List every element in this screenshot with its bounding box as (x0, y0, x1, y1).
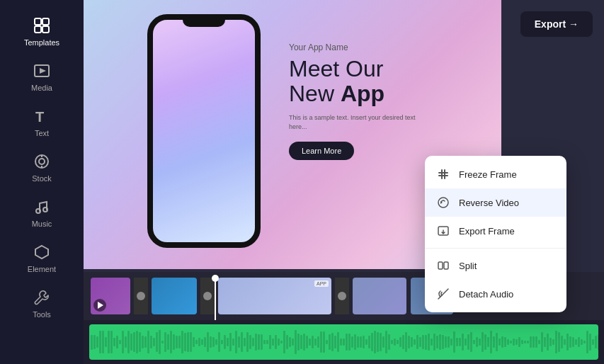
waveform-bar (431, 339, 433, 346)
waveform-bar (278, 339, 280, 346)
keyframe-3 (338, 292, 346, 300)
waveform-bar (147, 331, 149, 353)
freeze-frame-icon (436, 167, 450, 181)
sidebar-item-text[interactable]: T Text (0, 99, 84, 144)
menu-item-freeze-frame[interactable]: Freeze Frame (425, 160, 566, 188)
waveform-bar (229, 333, 232, 351)
waveform-bar (450, 339, 452, 346)
playhead[interactable] (215, 278, 216, 320)
timeline-keyframe-1 (134, 278, 148, 314)
waveform-bar (405, 332, 407, 351)
export-button[interactable]: Export → (520, 11, 593, 37)
svg-rect-0 (35, 18, 41, 25)
waveform-bar (436, 336, 438, 348)
waveform-bar (360, 336, 362, 348)
keyframe-1 (137, 292, 145, 300)
waveform-bar (549, 338, 552, 346)
waveform-bar (578, 337, 580, 348)
timeline-thumb-4 (353, 278, 406, 314)
svg-rect-13 (438, 172, 448, 174)
waveform-bar (572, 337, 574, 346)
waveform-bar (224, 335, 226, 349)
svg-rect-14 (438, 175, 448, 176)
menu-item-split[interactable]: Split (425, 251, 566, 280)
waveform-bar (227, 338, 229, 347)
sidebar-item-music[interactable]: Music (0, 190, 84, 235)
waveform-bar (592, 339, 594, 345)
menu-label-detach-audio: Detach Audio (459, 289, 513, 300)
waveform-bar (320, 331, 322, 353)
waveform-bar (300, 335, 302, 350)
menu-item-export-frame[interactable]: Export Frame (425, 217, 566, 245)
waveform-bar (408, 336, 410, 348)
waveform-bar (190, 332, 192, 352)
waveform-bar (292, 339, 294, 346)
waveform-bar (374, 331, 376, 353)
waveform-bar (161, 341, 164, 344)
waveform-bar (241, 332, 243, 351)
waveform-bar (493, 336, 495, 348)
waveform-bar (425, 335, 427, 350)
waveform-bar (552, 339, 554, 345)
waveform-bar (595, 336, 597, 348)
headline-line1: Meet Our (289, 56, 383, 81)
waveform-bar (346, 334, 348, 351)
stock-icon (32, 152, 52, 171)
sidebar-item-stock[interactable]: Stock (0, 144, 84, 190)
waveform-bar (326, 340, 328, 344)
learn-more-button[interactable]: Learn More (289, 142, 354, 160)
waveform-track: // Generate waveform bars inline const b… (89, 324, 598, 360)
waveform-bar (351, 336, 353, 348)
waveform-bar (258, 334, 260, 351)
waveform-bar (142, 336, 144, 349)
waveform-bar (272, 339, 274, 346)
svg-rect-2 (35, 26, 41, 33)
waveform-bar (581, 339, 583, 345)
waveform-bar (204, 337, 206, 347)
waveform-bar (113, 338, 115, 346)
waveform-bar (456, 338, 458, 346)
waveform-bar (354, 334, 356, 350)
waveform-bar (255, 334, 257, 351)
phone-mockup (147, 14, 261, 255)
export-frame-icon (436, 224, 450, 238)
waveform-bar (569, 336, 571, 348)
menu-item-reverse-video[interactable]: Reverse Video (425, 188, 566, 217)
waveform-bar (159, 330, 161, 353)
sidebar-item-templates[interactable]: Templates (0, 8, 84, 54)
headline-bold: App (341, 81, 384, 106)
waveform-bar (470, 332, 472, 351)
waveform-bar (212, 337, 215, 346)
waveform-bar (555, 331, 557, 353)
waveform-bar (490, 331, 492, 353)
promo-body: This is a sample text. Insert your desir… (289, 113, 416, 131)
element-icon (32, 242, 52, 262)
sidebar-item-element[interactable]: Element (0, 235, 84, 280)
waveform-bar (530, 336, 532, 348)
waveform-bar (394, 339, 396, 346)
waveform-bar (110, 331, 113, 354)
waveform-bar (462, 334, 464, 351)
waveform-bar (153, 338, 155, 346)
sidebar-item-tools[interactable]: Tools (0, 280, 84, 326)
sidebar-label-templates: Templates (24, 38, 59, 47)
waveform-bar (399, 337, 401, 346)
waveform-bar (252, 338, 254, 347)
waveform-bar (479, 339, 481, 345)
waveform-bar (484, 334, 486, 349)
timeline-thumb-3: APP (218, 278, 331, 314)
menu-item-detach-audio[interactable]: Detach Audio (425, 280, 566, 308)
waveform-bar (266, 340, 268, 343)
waveform-bar (187, 332, 189, 352)
waveform-bar (195, 340, 198, 343)
waveform-bar (125, 336, 127, 348)
waveform-bar (507, 339, 509, 344)
waveform-bar (428, 334, 430, 351)
waveform-bar (377, 332, 379, 352)
waveform-bar (91, 335, 93, 350)
svg-rect-15 (441, 169, 443, 179)
waveform-bar (127, 331, 130, 353)
sidebar-item-media[interactable]: Media (0, 54, 84, 99)
waveform-bar (232, 339, 234, 345)
sidebar-label-stock: Stock (32, 174, 52, 183)
